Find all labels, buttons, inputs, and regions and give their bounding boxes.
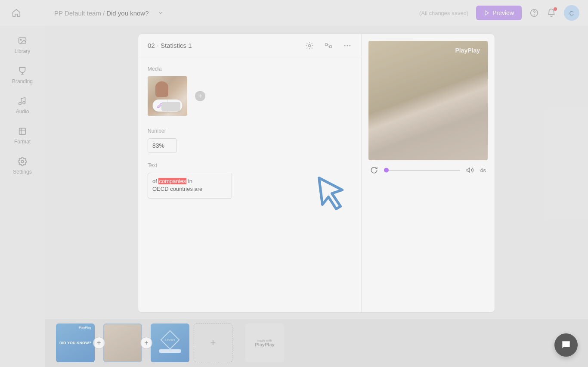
sidebar-item-audio[interactable]: Audio bbox=[16, 96, 29, 115]
sidebar-item-label: Library bbox=[15, 48, 31, 54]
notification-dot bbox=[554, 7, 557, 11]
timeline-slide-outro[interactable]: made with PlayPlay bbox=[245, 323, 284, 362]
number-label: Number bbox=[148, 128, 352, 134]
breadcrumb: PP Default team / Did you know? bbox=[54, 9, 164, 17]
add-slide-button[interactable]: + bbox=[93, 337, 105, 349]
svg-point-12 bbox=[344, 45, 346, 46]
scrubber-thumb[interactable] bbox=[384, 168, 389, 173]
more-icon[interactable] bbox=[343, 41, 352, 50]
volume-icon[interactable] bbox=[466, 166, 474, 174]
chat-launcher[interactable] bbox=[554, 333, 578, 357]
preview-brand: PlayPlay bbox=[455, 47, 480, 54]
text-input[interactable]: of companies in OECD countries are bbox=[148, 173, 232, 199]
media-label: Media bbox=[148, 66, 352, 72]
sidebar-item-label: Branding bbox=[12, 78, 33, 84]
sidebar-item-label: Settings bbox=[13, 169, 31, 175]
svg-marker-0 bbox=[485, 11, 489, 16]
svg-rect-10 bbox=[325, 44, 328, 46]
breadcrumb-team[interactable]: PP Default team bbox=[54, 9, 101, 17]
sidebar-item-branding[interactable]: Branding bbox=[12, 66, 33, 84]
svg-point-2 bbox=[534, 15, 534, 15]
media-thumbnail[interactable] bbox=[148, 76, 187, 116]
sidebar-item-format[interactable]: Format bbox=[14, 127, 31, 145]
svg-rect-3 bbox=[19, 38, 26, 44]
sidebar-item-label: Audio bbox=[16, 109, 29, 115]
preview-button[interactable]: Preview bbox=[476, 6, 522, 20]
editor-card: 02 - Statistics 1 Media + bbox=[138, 34, 495, 313]
gear-icon[interactable] bbox=[305, 41, 314, 50]
svg-rect-11 bbox=[330, 46, 332, 48]
replay-icon[interactable] bbox=[370, 166, 378, 174]
save-status: (All changes saved) bbox=[419, 10, 468, 16]
preview-button-label: Preview bbox=[492, 9, 514, 16]
timeline-slide-2[interactable] bbox=[103, 323, 142, 362]
number-input[interactable] bbox=[148, 138, 177, 153]
preview-scrubber[interactable] bbox=[384, 170, 460, 171]
svg-point-6 bbox=[23, 102, 25, 104]
highlighted-text: companies bbox=[158, 178, 186, 184]
text-label: Text bbox=[148, 162, 352, 168]
notifications-icon[interactable] bbox=[547, 8, 556, 18]
svg-point-5 bbox=[19, 103, 22, 105]
svg-point-13 bbox=[347, 45, 348, 46]
breadcrumb-current[interactable]: Did you know? bbox=[106, 9, 149, 17]
delete-media-button[interactable] bbox=[168, 100, 183, 112]
svg-point-8 bbox=[21, 160, 24, 163]
scene-preview: PlayPlay bbox=[368, 41, 488, 160]
svg-marker-15 bbox=[467, 168, 470, 173]
svg-point-9 bbox=[309, 44, 311, 47]
breadcrumb-sep: / bbox=[103, 9, 105, 17]
svg-rect-7 bbox=[19, 128, 26, 135]
edit-media-button[interactable] bbox=[153, 100, 168, 112]
sidebar-item-settings[interactable]: Settings bbox=[13, 157, 31, 175]
help-icon[interactable] bbox=[529, 8, 539, 18]
timeline-slide-3[interactable]: LOGO bbox=[151, 323, 189, 362]
timeline-slide-1[interactable]: DID YOU KNOW? PlayPlay bbox=[56, 323, 95, 362]
chevron-down-icon[interactable] bbox=[158, 10, 164, 16]
sidebar-item-library[interactable]: Library bbox=[15, 36, 31, 54]
add-slide-button[interactable]: + bbox=[140, 337, 152, 349]
scene-title: 02 - Statistics 1 bbox=[148, 42, 192, 49]
preview-duration: 4s bbox=[480, 167, 486, 174]
home-button[interactable] bbox=[9, 5, 24, 21]
add-media-button[interactable]: + bbox=[195, 91, 205, 101]
add-slide-card[interactable]: + bbox=[194, 323, 232, 362]
avatar[interactable]: C bbox=[564, 5, 579, 21]
svg-point-4 bbox=[20, 39, 22, 40]
transition-icon[interactable] bbox=[324, 41, 333, 50]
sidebar-item-label: Format bbox=[14, 139, 31, 145]
svg-point-14 bbox=[349, 45, 350, 46]
cursor-pointer-graphic bbox=[316, 175, 350, 212]
timeline: DID YOU KNOW? PlayPlay + + LOGO + made w… bbox=[45, 319, 588, 367]
